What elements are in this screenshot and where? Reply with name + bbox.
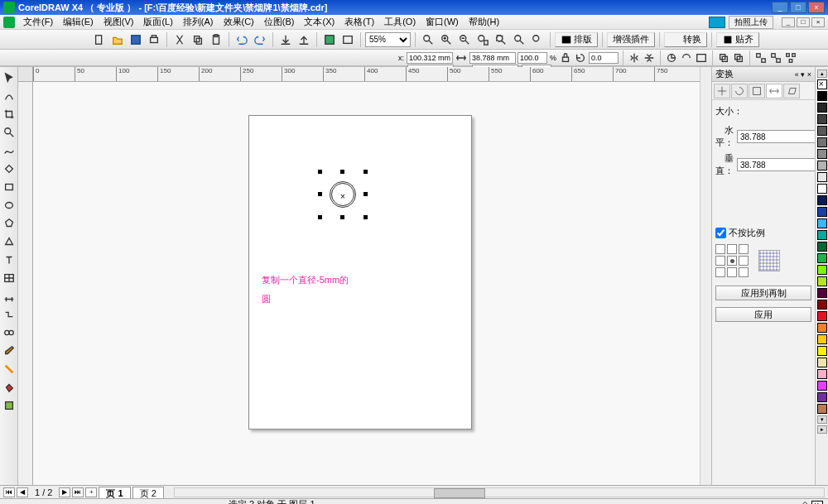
eyedropper-tool[interactable] [1, 343, 17, 359]
next-page-button[interactable]: ▶ [59, 487, 70, 497]
undo-button[interactable] [233, 31, 250, 48]
text-tool[interactable] [1, 252, 17, 268]
welcome-button[interactable] [339, 31, 356, 48]
swatch[interactable] [817, 346, 827, 356]
docker-collapse-icon[interactable]: « ▾ × [795, 70, 811, 79]
tab-rotate[interactable] [731, 84, 748, 98]
swatch[interactable] [817, 392, 827, 402]
import-button[interactable] [277, 31, 294, 48]
shape-tool[interactable] [1, 88, 17, 104]
menu-text[interactable]: 文本(X) [299, 14, 339, 30]
swatch[interactable] [817, 404, 827, 414]
rot-input[interactable] [589, 52, 619, 64]
swatch[interactable] [817, 334, 827, 344]
first-page-button[interactable]: ⏮ [3, 487, 15, 497]
menu-table[interactable]: 表格(T) [339, 14, 379, 30]
menu-edit[interactable]: 编辑(E) [58, 14, 99, 30]
front-icon[interactable] [717, 51, 730, 65]
snap-button[interactable]: 贴齐 [716, 32, 759, 47]
wrap-icon[interactable] [695, 51, 708, 65]
zoom-page-button[interactable] [474, 31, 491, 48]
x-input[interactable] [407, 52, 453, 64]
page-tab-2[interactable]: 页 2 [132, 487, 164, 498]
freehand-tool[interactable] [1, 142, 17, 159]
swatch[interactable] [817, 358, 827, 367]
nonproportional-checkbox[interactable]: 不按比例 [715, 227, 811, 239]
anchor-grid[interactable] [715, 244, 749, 277]
swatch[interactable] [817, 137, 827, 147]
blend-tool[interactable] [1, 324, 17, 341]
swatch[interactable] [817, 126, 827, 136]
fill-swatch[interactable]: × [811, 501, 823, 505]
zoom-in-button[interactable] [438, 31, 455, 48]
ungroup-all-icon[interactable] [784, 51, 797, 65]
palette-up[interactable]: ▴ [817, 70, 827, 78]
swatch[interactable] [817, 323, 827, 333]
add-page-button[interactable]: + [85, 487, 97, 497]
workspace[interactable]: × 复制一个直径-5mm的圆 [33, 82, 711, 485]
save-button[interactable] [128, 31, 144, 48]
swatch[interactable] [817, 114, 827, 124]
ellipse-tool[interactable] [1, 197, 17, 214]
fill-tool[interactable] [1, 379, 17, 396]
ruler-vertical[interactable] [18, 82, 33, 485]
tab-scale[interactable] [749, 84, 765, 98]
menu-file[interactable]: 文件(F) [18, 14, 58, 30]
minimize-button[interactable]: _ [772, 2, 788, 13]
swatch[interactable] [817, 253, 827, 263]
pie-icon[interactable] [665, 51, 678, 65]
transform-button[interactable]: 转换 [664, 32, 707, 47]
swatch-none[interactable] [817, 79, 827, 89]
basic-shapes-tool[interactable] [1, 233, 17, 250]
pick-tool[interactable] [1, 70, 17, 86]
menu-window[interactable]: 窗口(W) [421, 14, 464, 30]
open-button[interactable] [109, 31, 126, 48]
zoom-out-button[interactable] [456, 31, 473, 48]
lock-icon[interactable] [559, 51, 572, 65]
menu-arrange[interactable]: 排列(A) [178, 14, 219, 30]
menu-effects[interactable]: 效果(C) [219, 14, 259, 30]
swatch[interactable] [817, 161, 827, 170]
zoom-tool-button[interactable] [420, 31, 436, 48]
prev-page-button[interactable]: ◀ [17, 487, 28, 497]
zoom-tool[interactable] [1, 124, 17, 141]
close-button[interactable]: × [808, 2, 825, 13]
export-button[interactable] [296, 31, 312, 48]
smart-fill-tool[interactable] [1, 161, 17, 177]
upload-button[interactable]: 拍照上传 [729, 16, 773, 29]
menu-layout[interactable]: 版面(L) [138, 14, 177, 30]
ruler-corner[interactable] [18, 67, 33, 82]
zoom-select[interactable]: 55% [365, 32, 411, 47]
rectangle-tool[interactable] [1, 179, 17, 195]
horizontal-scrollbar[interactable] [174, 487, 825, 497]
selected-circle-object[interactable]: × [318, 170, 368, 219]
polygon-tool[interactable] [1, 215, 17, 232]
apply-button[interactable]: 应用 [715, 307, 811, 322]
tab-skew[interactable] [783, 84, 800, 98]
paste-button[interactable] [208, 31, 224, 48]
print-button[interactable] [146, 31, 162, 48]
mirror-v-icon[interactable] [643, 51, 656, 65]
menu-bitmaps[interactable]: 位图(B) [259, 14, 300, 30]
w-input[interactable] [469, 52, 516, 64]
doc-minimize-button[interactable]: _ [782, 17, 795, 27]
palette-down[interactable]: ▾ [817, 415, 827, 424]
crop-tool[interactable] [1, 106, 17, 122]
back-icon[interactable] [732, 51, 745, 65]
table-tool[interactable] [1, 270, 17, 286]
tab-position[interactable] [714, 84, 730, 98]
zoom-sel-button[interactable] [529, 31, 546, 48]
menu-help[interactable]: 帮助(H) [464, 14, 504, 30]
swatch[interactable] [817, 381, 827, 391]
zoom-fit-button[interactable] [493, 31, 509, 48]
sx-input[interactable] [518, 52, 547, 64]
tab-size[interactable] [766, 84, 782, 98]
cut-button[interactable] [171, 31, 188, 48]
ungroup-icon[interactable] [769, 51, 782, 65]
swatch[interactable] [817, 195, 827, 205]
vertical-scrollbar[interactable] [700, 67, 711, 485]
swatch[interactable] [817, 311, 827, 321]
menu-view[interactable]: 视图(V) [99, 14, 139, 30]
doc-restore-button[interactable]: □ [797, 17, 810, 27]
last-page-button[interactable]: ⏭ [72, 487, 84, 497]
